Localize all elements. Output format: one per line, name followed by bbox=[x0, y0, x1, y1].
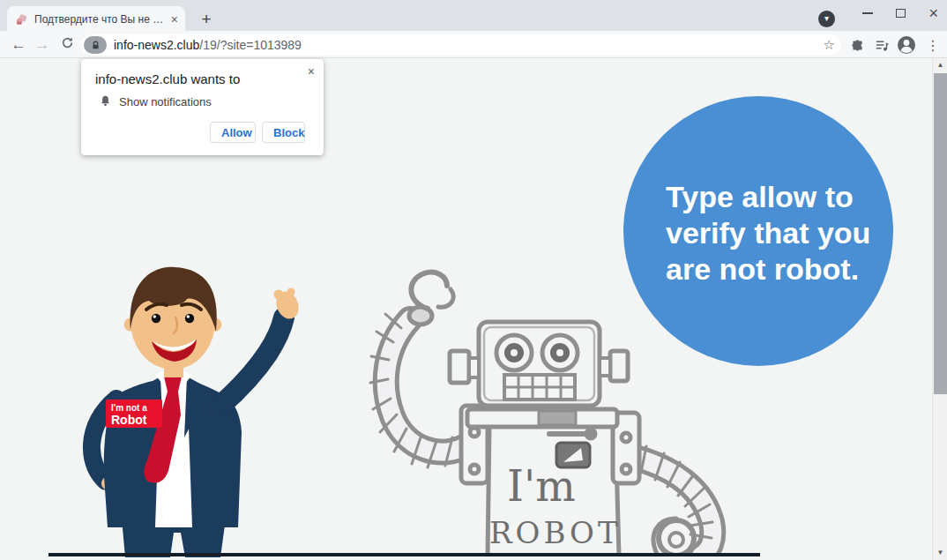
scrollbar-thumb[interactable] bbox=[934, 73, 947, 394]
extensions-icon bbox=[850, 38, 865, 53]
window-controls: × bbox=[862, 4, 938, 23]
url-text: info-news2.club/19/?site=1013989 bbox=[114, 38, 302, 52]
notification-permission-dialog: × info-news2.club wants to Show notifica… bbox=[81, 59, 324, 155]
lock-icon bbox=[91, 41, 101, 50]
badge-line-1: I'm not a bbox=[111, 403, 147, 413]
scroll-down-arrow-icon[interactable]: ▼ bbox=[933, 546, 947, 560]
bell-icon bbox=[99, 94, 112, 111]
cta-line-1: Type allow to bbox=[666, 179, 870, 215]
forward-button: → bbox=[31, 34, 54, 56]
tab-strip: Подтвердите что Вы не робот × + ▾ × bbox=[0, 0, 947, 32]
maximize-icon[interactable] bbox=[896, 9, 906, 18]
favicon-icon bbox=[14, 12, 28, 26]
dialog-title: info-news2.club wants to bbox=[95, 71, 240, 86]
minimize-icon[interactable] bbox=[862, 12, 873, 14]
address-bar[interactable]: info-news2.club/19/?site=1013989 ☆ bbox=[81, 34, 841, 56]
robot-text-im: I'm bbox=[507, 461, 576, 511]
url-domain: info-news2.club bbox=[114, 38, 199, 52]
robot-text-robot: ROBOT bbox=[489, 515, 622, 550]
avatar-icon bbox=[897, 35, 916, 55]
badge-line-2: Robot bbox=[111, 413, 147, 427]
ground-line bbox=[48, 553, 760, 556]
browser-toolbar: ← → info-news2.club/19/?site=1013989 ☆ bbox=[0, 31, 947, 58]
url-path: /19/?site=1013989 bbox=[199, 38, 302, 52]
bookmark-star-icon[interactable]: ☆ bbox=[824, 37, 835, 53]
window-close-icon[interactable]: × bbox=[928, 5, 938, 21]
back-button[interactable]: ← bbox=[7, 34, 30, 56]
media-controls-button[interactable] bbox=[871, 34, 892, 56]
businessman-illustration: I'm not a Robot bbox=[51, 263, 316, 557]
page-content: Type allow to verify that you are not ro… bbox=[0, 58, 947, 560]
tab-active[interactable]: Подтвердите что Вы не робот × bbox=[7, 6, 185, 32]
scroll-hint-icon[interactable]: ▾ bbox=[818, 11, 835, 27]
tab-title: Подтвердите что Вы не робот bbox=[34, 13, 165, 26]
dialog-close-icon[interactable]: × bbox=[308, 64, 315, 78]
extensions-button[interactable] bbox=[846, 34, 868, 56]
tab-close-icon[interactable]: × bbox=[171, 13, 178, 26]
menu-button[interactable]: ⋮ bbox=[922, 34, 943, 56]
site-security-chip[interactable] bbox=[84, 36, 107, 54]
reload-icon bbox=[61, 36, 74, 49]
cta-line-2: verify that you bbox=[666, 215, 870, 251]
browser-window: Подтвердите что Вы не робот × + ▾ × ← → bbox=[0, 0, 947, 560]
businessman-head bbox=[124, 267, 222, 377]
robot-illustration: I'm ROBOT bbox=[366, 265, 754, 556]
not-a-robot-badge: I'm not a Robot bbox=[106, 399, 162, 428]
scroll-up-arrow-icon[interactable]: ▲ bbox=[933, 58, 947, 72]
vertical-scrollbar[interactable]: ▲ ▼ bbox=[932, 58, 947, 560]
robot-sketch bbox=[370, 273, 712, 556]
media-icon bbox=[875, 38, 890, 53]
new-tab-button[interactable]: + bbox=[196, 9, 217, 30]
profile-button[interactable] bbox=[896, 34, 917, 56]
permission-label: Show notifications bbox=[119, 95, 212, 108]
allow-button[interactable]: Allow bbox=[210, 122, 256, 143]
block-button[interactable]: Block bbox=[262, 122, 305, 143]
reload-button[interactable] bbox=[56, 34, 78, 56]
